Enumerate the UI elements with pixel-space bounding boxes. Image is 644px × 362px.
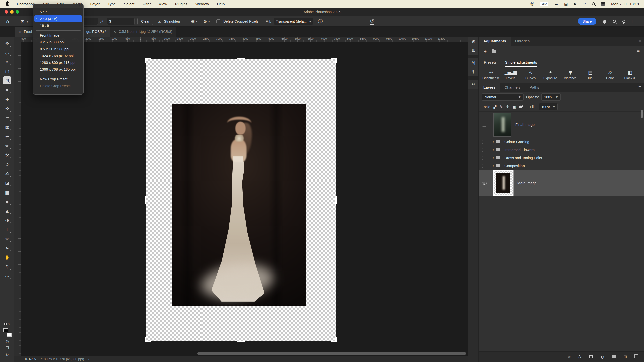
tab-channels[interactable]: Channels	[500, 83, 525, 92]
menu-item[interactable]: Layer	[86, 0, 104, 8]
adjustment-item[interactable]: ☼ Brightness/	[481, 67, 501, 83]
canvas-viewport[interactable]	[21, 42, 468, 356]
adjustment-item[interactable]: ⚖ Color	[600, 67, 620, 83]
layer-name[interactable]: Main Image	[517, 181, 537, 185]
mixer-brush-tool[interactable]: ✍	[2, 169, 12, 178]
vertical-ruler[interactable]	[14, 42, 21, 356]
straighten-icon[interactable]: ∠	[158, 19, 162, 24]
menu-item[interactable]: Help	[213, 0, 229, 8]
apple-logo-icon[interactable]	[6, 2, 9, 6]
creative-cloud-icon[interactable]: ☁	[554, 2, 558, 6]
crop-tool-chevron-icon[interactable]: ▼	[26, 20, 28, 23]
layer-visibility-toggle[interactable]	[479, 154, 490, 162]
layer-thumbnail[interactable]	[493, 170, 513, 196]
adjustment-item[interactable]: ▼ Vibrance	[560, 67, 580, 83]
Immersed Flowers[interactable]: › Immersed Flowers	[479, 146, 644, 154]
list-view-icon[interactable]: ≣	[636, 49, 640, 54]
blur-tool[interactable]: ◆	[2, 197, 12, 206]
wacom-status-icon[interactable]: ⓦ	[530, 2, 534, 6]
layer-visibility-toggle[interactable]	[479, 112, 490, 138]
crop-preset-menu-item[interactable]: Front Image	[33, 32, 83, 39]
visibility-checkbox[interactable]	[482, 140, 486, 144]
menu-item[interactable]: Filter	[138, 0, 155, 8]
lock-position-icon[interactable]: ✛	[506, 105, 509, 109]
dodge-tool[interactable]: ◑	[2, 215, 12, 225]
document-tab-inactive[interactable]: ✕ CJM Noemi 1.jpg @ 25% (RGB/8)	[110, 27, 176, 37]
foreground-color-swatch[interactable]	[3, 328, 8, 332]
menu-item[interactable]: Select	[120, 0, 139, 8]
swap-colors-icon[interactable]: ↷	[4, 322, 10, 326]
film-status-icon[interactable]: ▤	[564, 2, 568, 6]
menu-item[interactable]: Window	[191, 0, 213, 8]
eyedropper-tool[interactable]: ✒	[2, 85, 12, 95]
crop-handle-bottom[interactable]	[237, 341, 245, 342]
menu-item[interactable]: Plugins	[171, 0, 191, 8]
paragraph-panel-icon[interactable]: ¶	[468, 67, 478, 76]
new-layer-icon[interactable]: ⊞	[624, 354, 627, 359]
clear-button[interactable]: Clear	[137, 18, 153, 25]
close-window-button[interactable]	[5, 10, 8, 14]
more-tools[interactable]: ⋯	[2, 271, 12, 281]
add-adjustment-icon[interactable]: +	[484, 49, 487, 54]
healing-brush-tool[interactable]: ✜	[2, 104, 12, 113]
Dress and Toning Edits[interactable]: › Dress and Toning Edits	[479, 154, 644, 162]
close-tab-icon[interactable]: ✕	[19, 30, 21, 34]
screen-mode-icon[interactable]: ❐	[3, 346, 12, 350]
crop-preset-menu-item[interactable]	[36, 74, 81, 74]
status-chevron-icon[interactable]: ›	[88, 357, 89, 361]
crop-preset-menu-item[interactable]: ✓ 2 : 3 (4 : 6)	[34, 15, 82, 22]
lock-all-icon[interactable]	[519, 106, 522, 108]
crop-preset-menu-item[interactable]: 1024 x 768 px 92 ppi	[33, 52, 83, 59]
share-button[interactable]: Share	[578, 18, 596, 25]
zoom-tool[interactable]: ⚲	[2, 262, 12, 271]
remove-tool[interactable]: ⇌	[2, 132, 12, 141]
add-layer-mask-icon[interactable]	[589, 355, 593, 358]
subtab-single-adjustments[interactable]: Single adjustments	[505, 57, 537, 67]
tab-layers[interactable]: Layers	[479, 83, 500, 92]
layer-visibility-toggle[interactable]	[479, 138, 490, 146]
crop-handle-bottom-right[interactable]	[331, 337, 337, 342]
group-chevron-icon[interactable]: ›	[493, 164, 494, 168]
adjustment-item[interactable]: ▂▅▃▇ Levels	[501, 67, 520, 83]
subtab-presets[interactable]: Presets	[484, 57, 497, 67]
visibility-checkbox[interactable]	[482, 156, 486, 160]
patch-tool[interactable]: ▱	[2, 113, 12, 122]
clone-stamp-tool[interactable]: ⚒	[2, 150, 12, 160]
history-brush-tool[interactable]: ↺	[2, 160, 12, 169]
eraser-tool[interactable]: ◪	[2, 178, 12, 188]
layer-name[interactable]: Colour Grading	[504, 140, 529, 144]
new-adjustment-layer-icon[interactable]: ◐	[601, 354, 604, 359]
delete-layer-icon[interactable]	[634, 355, 637, 358]
crop-settings-gear-icon[interactable]: ⚙	[203, 19, 207, 24]
tab-paths[interactable]: Paths	[525, 83, 544, 92]
layer-name[interactable]: Final Image	[515, 123, 535, 127]
object-selection-tool[interactable]: ▢	[2, 67, 12, 76]
crop-handle-right[interactable]	[335, 196, 337, 204]
swap-ratio-icon[interactable]: ⇄	[100, 19, 104, 24]
ruler-origin-corner[interactable]	[14, 37, 21, 42]
frame-tool[interactable]: ▦	[2, 122, 12, 132]
quick-mask-icon[interactable]: ◎	[3, 339, 12, 344]
crop-preset-menu-item[interactable]: 5 : 7	[33, 9, 83, 15]
color-panel-icon[interactable]: ◉	[468, 37, 478, 46]
crop-preset-menu-item[interactable]: 1280 x 800 px 113 ppi	[33, 59, 83, 66]
spotlight-search-icon[interactable]	[592, 2, 595, 5]
adjustment-item[interactable]: ∿ Curves	[520, 67, 540, 83]
horizontal-ruler[interactable]: 4500400035003000250020001500100050005001…	[21, 37, 468, 42]
discover-lightbulb-icon[interactable]	[622, 20, 625, 23]
info-icon[interactable]: ⓘ	[318, 18, 323, 24]
tab-libraries[interactable]: Libraries	[511, 37, 534, 46]
menu-item[interactable]: Type	[104, 0, 120, 8]
path-selection-tool[interactable]: ➤	[2, 243, 12, 253]
minimize-window-button[interactable]	[10, 10, 14, 14]
histogram-panel-icon[interactable]: ▦	[468, 46, 478, 55]
menu-item[interactable]: View	[155, 0, 171, 8]
lock-pixels-icon[interactable]: ✎	[500, 105, 503, 109]
group-chevron-icon[interactable]: ›	[493, 156, 494, 160]
generative-rotate-icon[interactable]: ↻	[3, 353, 12, 357]
panel-menu-icon[interactable]: ≡	[638, 39, 641, 43]
brush-tool[interactable]: ✏	[2, 141, 12, 150]
Colour Grading[interactable]: › Colour Grading	[479, 138, 644, 146]
play-status-icon[interactable]: ▶	[574, 2, 577, 6]
zoom-window-button[interactable]	[16, 10, 19, 14]
